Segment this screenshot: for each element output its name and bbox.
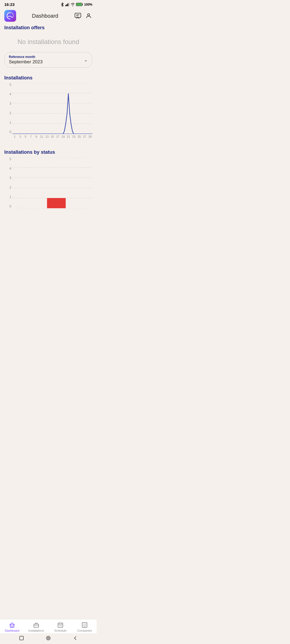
status-icons: 100%	[60, 2, 92, 7]
installation-offers-section: Installation offers No installations fou…	[4, 25, 92, 52]
svg-point-10	[88, 14, 90, 16]
no-installations-message: No installations found	[4, 33, 92, 52]
reference-month-dropdown[interactable]: Reference month September 2023 ⌄	[4, 52, 92, 68]
status-bar: 16:23 100%	[0, 0, 97, 8]
reference-month-value: September 2023	[9, 59, 88, 65]
page-title: Dashboard	[32, 13, 58, 19]
chat-button[interactable]	[74, 12, 82, 20]
bluetooth-icon	[60, 2, 64, 7]
installations-chart-section: Installations 5 4 3 2 1 0	[4, 75, 92, 142]
app-logo	[4, 10, 16, 22]
svg-rect-6	[77, 3, 82, 6]
bar-y-axis: 5 4 3 2 1 0	[4, 157, 12, 208]
installations-chart-title: Installations	[4, 75, 92, 81]
svg-rect-23	[47, 198, 66, 208]
svg-rect-3	[68, 3, 69, 6]
x-axis: 1 3 5 7 9 11 13 15 17 19 21 23 25 27 29	[12, 134, 92, 142]
svg-rect-1	[66, 4, 67, 6]
installations-by-status-title: Installations by status	[4, 149, 92, 155]
installations-by-status-section: Installations by status 5 4 3 2 1 0	[4, 149, 92, 216]
nav-actions	[74, 12, 92, 20]
profile-button[interactable]	[85, 12, 92, 20]
svg-rect-5	[82, 4, 83, 5]
reference-month-label: Reference month	[9, 55, 88, 59]
chevron-down-icon: ⌄	[84, 57, 88, 63]
svg-rect-0	[65, 5, 66, 6]
signal-icon	[65, 3, 70, 6]
installations-bar-chart: 5 4 3 2 1 0	[4, 157, 92, 216]
battery-percent: 100%	[84, 3, 92, 6]
wifi-icon	[71, 3, 75, 6]
battery-icon	[76, 3, 83, 6]
top-nav: Dashboard	[0, 8, 97, 25]
bar-chart-svg-area	[12, 157, 92, 208]
installation-offers-title: Installation offers	[4, 25, 92, 31]
chart-svg-area	[12, 83, 92, 134]
status-time: 16:23	[4, 2, 15, 7]
svg-rect-2	[67, 3, 68, 6]
installations-line-chart: 5 4 3 2 1 0	[4, 83, 92, 142]
y-axis: 5 4 3 2 1 0	[4, 83, 12, 134]
main-content: Installation offers No installations fou…	[0, 25, 97, 256]
